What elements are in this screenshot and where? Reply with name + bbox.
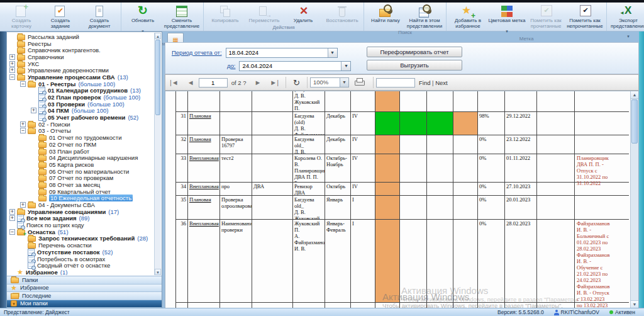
folder-icon (28, 203, 36, 208)
report-tab[interactable]: ▦ (167, 33, 184, 42)
tree-item[interactable]: 02 План проверок(больше 100) (7, 94, 154, 101)
cell-name: Проверка олроолварован (220, 196, 252, 219)
ribbon-button[interactable]: Добавить в избранное (448, 3, 487, 29)
cell-month: Январь- Февраль (325, 220, 351, 302)
tree-item[interactable]: +04 - Документы СВА (7, 201, 154, 208)
find-next-label[interactable]: Find | Next (419, 79, 448, 86)
stack-button-Мои папки[interactable]: ▾Мои папки (7, 300, 162, 308)
cell-num: 34 (175, 183, 188, 195)
refresh-report-icon[interactable]: ↻ (289, 78, 304, 87)
print-icon[interactable] (354, 78, 365, 87)
next-page-button[interactable]: ► (250, 79, 265, 86)
tree-item-count: (52) (128, 114, 138, 121)
prev-page-button[interactable]: ◄ (183, 79, 199, 86)
report-scroll-up-icon[interactable]: ▲ (631, 91, 638, 99)
ribbon-button[interactable]: Обновить▾ (123, 3, 162, 35)
tree-item[interactable]: Отсутствие поставок(52) (7, 249, 154, 256)
tree-item[interactable]: −01 - Реестры(больше 100) (7, 81, 154, 87)
tree-item[interactable]: +Справочники (7, 54, 154, 60)
ribbon-delete-icon (296, 4, 311, 18)
tree-item[interactable]: +УКС (7, 60, 154, 67)
report-scrollbar[interactable]: ▲ ▼ (630, 91, 638, 308)
period-from-label[interactable]: Период отчета от: (172, 49, 222, 56)
tree-item[interactable]: 01 Календари сотрудников(13) (7, 87, 154, 94)
tree-item[interactable]: Сводный отчёт о оснастке (7, 262, 154, 269)
find-input[interactable] (376, 78, 415, 87)
tree-item[interactable]: Рассылка заданий (7, 33, 154, 40)
last-page-button[interactable]: ►| (265, 79, 283, 86)
scroll-down-icon[interactable]: ▼ (155, 269, 161, 275)
rebuild-report-button[interactable]: Переформировать отчет (367, 47, 462, 57)
tree-item[interactable]: 03 План работ (7, 148, 154, 155)
table-row: 31ПлановаяБагдуева (old) Д. В. Файзрахма… (175, 112, 629, 135)
tree-item[interactable]: +02 - Поиски (7, 121, 154, 128)
expand-icon[interactable]: + (9, 67, 15, 73)
cell-month: Декабрь (325, 135, 351, 154)
ribbon-button[interactable]: Удалить (284, 3, 323, 24)
stack-button-Последние[interactable]: Последние (7, 292, 162, 300)
ribbon-button[interactable]: Найти папку (366, 3, 405, 24)
collapse-icon[interactable]: − (20, 81, 26, 87)
tree-item[interactable]: 04 Дисциплинарные нарушения (7, 154, 154, 161)
tree-item[interactable]: 03 Проверки(больше 100) (7, 101, 154, 108)
date-to-dropdown-icon[interactable]: ▼ (341, 62, 350, 71)
date-from-input[interactable] (226, 48, 328, 57)
expand-icon[interactable]: + (9, 215, 15, 221)
scroll-up-icon[interactable]: ▲ (155, 33, 161, 39)
unload-button[interactable]: Выгрузить (367, 60, 462, 71)
expand-icon[interactable]: + (20, 202, 26, 208)
date-from-combo[interactable]: ▼ (226, 48, 338, 58)
collapse-icon[interactable]: − (20, 128, 26, 133)
tree-scrollbar[interactable]: ▲ ▼ (154, 33, 161, 275)
date-to-combo[interactable]: ▼ (239, 61, 351, 71)
folder-icon (28, 243, 36, 249)
report-scroll-down-icon[interactable]: ▼ (631, 300, 638, 308)
tree-item[interactable]: −Управление процессами СВА(13) (7, 74, 154, 81)
tree-item[interactable]: 05 Учет рабочего времени(52) (7, 114, 154, 121)
stack-button-Избранное[interactable]: ★Избранное (7, 285, 162, 293)
page-number-input[interactable] (199, 78, 228, 87)
tree-item[interactable]: −Оснастка(51) (7, 229, 154, 235)
tree-item[interactable]: 08 Отчет за месяц (7, 181, 154, 188)
tree-item[interactable]: 06 Отчет по материальности (7, 168, 154, 175)
ribbon-button[interactable]: Пометить как непрочитанные (565, 3, 604, 29)
stack-button-Папки[interactable]: Папки (7, 276, 162, 285)
tree-item[interactable]: +Управление совещаниями(17) (7, 208, 154, 215)
zoom-dropdown-icon[interactable]: ▼ (340, 78, 348, 87)
tree-item[interactable]: 10 Еженедельная отчетность (7, 195, 154, 202)
expand-icon[interactable]: + (20, 121, 26, 127)
ribbon-button[interactable]: Цветовая метка▾ (487, 3, 526, 35)
date-from-dropdown-icon[interactable]: ▼ (328, 48, 337, 57)
ribbon-button-label: Пометить как непрочитанные (565, 18, 604, 29)
scroll-thumb[interactable] (155, 40, 160, 115)
expand-icon[interactable]: + (9, 209, 15, 215)
tree-item[interactable]: Поиск по штрих коду (7, 222, 154, 229)
tree-item[interactable]: 01 Отчет по трудоемкости (7, 134, 154, 141)
tree-item[interactable]: ★Избранное(1) (7, 269, 154, 275)
zoom-select[interactable]: 100% ▼ (310, 77, 349, 87)
report-scroll-thumb[interactable] (631, 99, 638, 144)
collapse-icon[interactable]: − (9, 74, 15, 80)
ribbon-button[interactable]: Найти в этом представлении (405, 3, 444, 29)
tree-item[interactable]: 02 Отчет по ПКМ (7, 141, 154, 148)
tree-item[interactable]: Реестры (7, 40, 154, 47)
expand-icon[interactable]: + (9, 61, 15, 67)
tree-item[interactable]: −03 - Отчеты (7, 128, 154, 135)
tree-item[interactable]: Запрос технических требований(28) (7, 235, 154, 242)
tree-item-label: Все мои задания (26, 215, 77, 222)
tree-item[interactable]: +Управление доверенностями (7, 67, 154, 74)
date-to-input[interactable] (240, 62, 341, 71)
gantt-cell (400, 196, 427, 219)
tree-item[interactable]: Справочник контрагентов. (7, 47, 154, 54)
tree-item[interactable]: Перечень оснастки (7, 242, 154, 249)
first-page-button[interactable]: |◄ (165, 79, 183, 86)
expand-icon[interactable]: + (9, 54, 15, 60)
tree-item[interactable]: 09 Квартальный отчет (7, 188, 154, 195)
tree-item[interactable]: Потребность в осмотрах (7, 256, 154, 262)
collapse-icon[interactable]: − (9, 229, 15, 235)
tree-item[interactable]: +04 ПКМ(больше 100) (7, 108, 154, 115)
expand-icon[interactable]: + (31, 108, 36, 113)
tree-item[interactable]: 05 Карта рисков (7, 161, 154, 168)
tree-item[interactable]: +Все мои задания(89) (7, 215, 154, 222)
tree-item[interactable]: 07 Отчет по проверкам (7, 174, 154, 181)
